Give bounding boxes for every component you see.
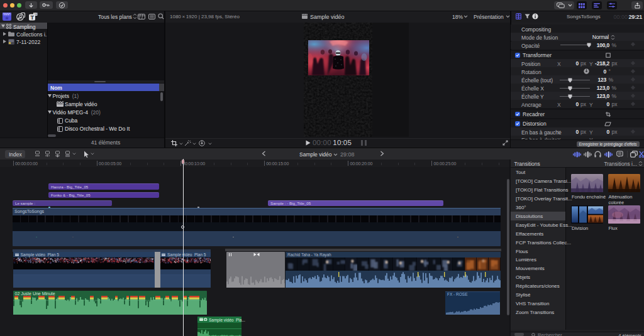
svg-text:T: T xyxy=(31,14,35,21)
